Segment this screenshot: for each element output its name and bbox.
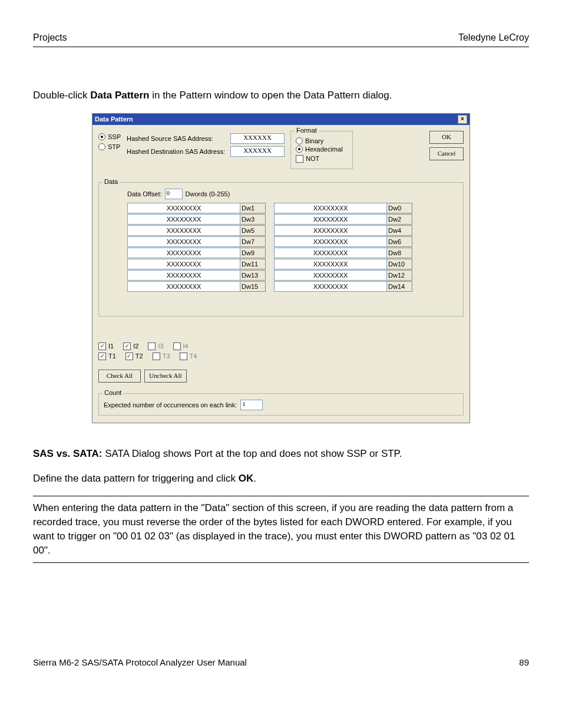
count-legend: Count xyxy=(103,389,123,396)
define-pre: Define the data pattern for triggering a… xyxy=(33,473,239,484)
offset-label: Data Offset: xyxy=(127,190,162,197)
format-groupbox: Format Binary Hexadecimal NOT xyxy=(290,131,353,169)
dw-label: Dw3 xyxy=(240,214,266,225)
uncheck-all-button[interactable]: Uncheck All xyxy=(144,370,187,383)
dw-label: Dw5 xyxy=(240,225,266,236)
cancel-button[interactable]: Cancel xyxy=(429,147,464,160)
intro-pre: Double-click xyxy=(33,90,90,101)
channel-checkbox[interactable] xyxy=(123,342,131,350)
intro-bold: Data Pattern xyxy=(90,90,149,101)
channel-checkbox[interactable] xyxy=(125,353,133,360)
data-pattern-dialog: Data Pattern × SSP STP Hashed Sou xyxy=(92,113,470,423)
note-text: When entering the data pattern in the "D… xyxy=(33,501,529,557)
intro-post: in the Pattern window to open the Data P… xyxy=(149,90,392,101)
dw-value[interactable]: XXXXXXXX xyxy=(274,225,387,236)
dw-label: Dw9 xyxy=(240,248,266,258)
stp-label: STP xyxy=(108,143,120,150)
dialog-titlebar: Data Pattern × xyxy=(92,114,470,125)
binary-radio[interactable] xyxy=(296,137,303,144)
dw-label: Dw1 xyxy=(240,203,266,213)
src-addr-input[interactable]: XXXXXX xyxy=(230,133,285,144)
dw-label: Dw0 xyxy=(387,203,412,213)
data-groupbox: Data Data Offset: 0 Dwords (0-255) XXXXX… xyxy=(98,182,464,317)
dw-value[interactable]: XXXXXXXX xyxy=(127,214,240,225)
stp-radio[interactable] xyxy=(98,143,105,150)
dw-value[interactable]: XXXXXXXX xyxy=(274,236,387,247)
dw-label: Dw14 xyxy=(387,281,412,292)
dst-addr-input[interactable]: XXXXXX xyxy=(230,146,285,157)
dw-value[interactable]: XXXXXXXX xyxy=(127,248,240,258)
dw-label: Dw8 xyxy=(387,248,412,258)
dw-value[interactable]: XXXXXXXX xyxy=(274,259,387,269)
dw-label: Dw6 xyxy=(387,236,412,247)
channel-checkbox[interactable] xyxy=(98,342,106,350)
dw-label: Dw4 xyxy=(387,225,412,236)
define-post: . xyxy=(253,473,256,484)
dw-value[interactable]: XXXXXXXX xyxy=(127,203,240,213)
channel-label: T3 xyxy=(163,353,170,360)
intro-paragraph: Double-click Data Pattern in the Pattern… xyxy=(33,88,529,103)
dialog-title: Data Pattern xyxy=(95,116,133,123)
dw-value[interactable]: XXXXXXXX xyxy=(274,203,387,213)
channel-checkbox[interactable] xyxy=(148,342,156,350)
ok-button[interactable]: OK xyxy=(429,131,464,144)
not-checkbox[interactable] xyxy=(296,155,303,163)
hex-radio[interactable] xyxy=(296,146,303,153)
footer-left: Sierra M6-2 SAS/SATA Protocol Analyzer U… xyxy=(33,657,247,667)
dw-label: Dw12 xyxy=(387,270,412,281)
sas-bold: SAS vs. SATA: xyxy=(33,448,102,459)
sas-text: SATA Dialog shows Port at the top and do… xyxy=(102,448,402,459)
dw-label: Dw10 xyxy=(387,259,412,269)
channel-checkbox[interactable] xyxy=(98,353,106,360)
channel-label: T1 xyxy=(108,353,116,360)
define-line: Define the data pattern for triggering a… xyxy=(33,472,529,486)
channel-label: I3 xyxy=(158,342,163,350)
dw-value[interactable]: XXXXXXXX xyxy=(127,259,240,269)
dw-label: Dw2 xyxy=(387,214,412,225)
sas-vs-sata: SAS vs. SATA: SATA Dialog shows Port at … xyxy=(33,447,529,461)
channel-label: T4 xyxy=(190,353,197,360)
ssp-label: SSP xyxy=(108,133,121,140)
header-right: Teledyne LeCroy xyxy=(458,32,529,43)
dw-value[interactable]: XXXXXXXX xyxy=(274,248,387,258)
define-bold: OK xyxy=(239,473,254,484)
header-left: Projects xyxy=(33,32,67,43)
dw-value[interactable]: XXXXXXXX xyxy=(127,270,240,281)
count-groupbox: Count Expected number of occurrences on … xyxy=(98,393,464,416)
data-legend: Data xyxy=(103,178,120,185)
channel-checkbox[interactable] xyxy=(173,342,181,350)
offset-input[interactable]: 0 xyxy=(165,189,183,199)
dw-value[interactable]: XXXXXXXX xyxy=(274,214,387,225)
not-label: NOT xyxy=(306,155,319,162)
hex-label: Hexadecimal xyxy=(305,146,343,153)
ssp-radio[interactable] xyxy=(98,133,105,140)
dw-label: Dw11 xyxy=(240,259,266,269)
channel-label: I1 xyxy=(108,342,114,350)
count-input[interactable]: 1 xyxy=(240,400,263,410)
format-legend: Format xyxy=(295,127,319,134)
channel-checkbox[interactable] xyxy=(153,353,160,360)
channel-label: I4 xyxy=(183,342,189,350)
close-icon[interactable]: × xyxy=(458,115,467,124)
binary-label: Binary xyxy=(305,137,323,144)
dw-label: Dw7 xyxy=(240,236,266,247)
channel-label: I2 xyxy=(133,342,138,350)
offset-range: Dwords (0-255) xyxy=(186,190,230,197)
dw-value[interactable]: XXXXXXXX xyxy=(274,270,387,281)
dst-addr-label: Hashed Destination SAS Address: xyxy=(127,148,227,155)
dw-label: Dw13 xyxy=(240,270,266,281)
count-label: Expected number of occurrences on each l… xyxy=(104,401,237,409)
channel-label: T2 xyxy=(135,353,143,360)
dw-value[interactable]: XXXXXXXX xyxy=(127,236,240,247)
check-all-button[interactable]: Check All xyxy=(98,370,141,383)
footer-right: 89 xyxy=(519,657,529,667)
dw-value[interactable]: XXXXXXXX xyxy=(127,225,240,236)
src-addr-label: Hashed Source SAS Address: xyxy=(127,135,227,142)
dw-label: Dw15 xyxy=(240,281,266,292)
dw-value[interactable]: XXXXXXXX xyxy=(127,281,240,292)
dw-value[interactable]: XXXXXXXX xyxy=(274,281,387,292)
channel-checkbox[interactable] xyxy=(180,353,187,360)
